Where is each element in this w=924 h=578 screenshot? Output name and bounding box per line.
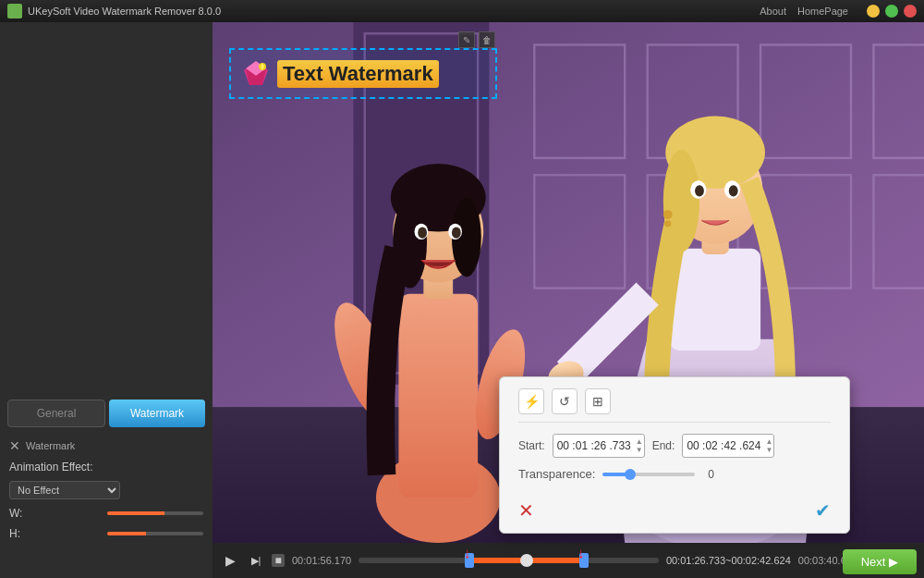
transparency-row: Transparence: 0 xyxy=(518,467,831,481)
video-area: ✎ 🗑 Text Watermark ▶ ▶| ■ xyxy=(213,22,924,578)
transparency-value: 0 xyxy=(708,468,714,481)
next-btn-area: Next ▶ xyxy=(835,546,924,578)
start-spinners: ▲ ▼ xyxy=(636,437,643,454)
transparency-thumb[interactable] xyxy=(625,469,636,480)
svg-point-24 xyxy=(452,228,461,239)
transparency-slider[interactable] xyxy=(602,473,695,476)
dialog-tool-reset[interactable]: ↺ xyxy=(552,388,578,414)
w-row: W: xyxy=(9,507,203,520)
start-spinner-down[interactable]: ▼ xyxy=(636,446,643,454)
start-input-wrapper: 00 :01 :26 .733 ▲ ▼ xyxy=(553,434,645,458)
title-bar-right: About HomePage − □ × xyxy=(760,5,917,18)
end-time-input[interactable]: 00 :02 :42 .624 xyxy=(682,434,774,458)
close-button[interactable]: × xyxy=(904,5,917,18)
next-button[interactable]: Next ▶ xyxy=(843,549,917,574)
watermark-name-label: Watermark xyxy=(26,440,75,451)
end-spinner-up[interactable]: ▲ xyxy=(765,437,772,446)
end-spinner-down[interactable]: ▼ xyxy=(765,446,772,454)
end-label: End: xyxy=(652,439,675,452)
sidebar-content: ✕ Watermark Animation Effect: No Effect … xyxy=(0,435,213,551)
svg-point-23 xyxy=(418,228,427,239)
svg-point-35 xyxy=(663,210,673,219)
no-effect-row: No Effect xyxy=(9,481,203,499)
timeline-track[interactable]: ↑ ↑ xyxy=(359,558,659,563)
about-btn[interactable]: About xyxy=(760,6,786,17)
close-icon[interactable]: ✕ xyxy=(9,438,20,453)
transparency-label: Transparence: xyxy=(518,467,595,481)
arrow-left-indicator: ↑ xyxy=(464,547,471,563)
main-container: General Watermark ✕ Watermark Animation … xyxy=(0,22,924,578)
title-bar: UKeySoft Video Watermark Remover 8.0.0 A… xyxy=(0,0,924,22)
stop-button[interactable]: ■ xyxy=(272,554,285,567)
close-row: ✕ Watermark xyxy=(9,438,203,453)
svg-rect-26 xyxy=(670,249,760,350)
time-center: 00:01:26.733~00:02:42.624 xyxy=(666,555,791,566)
edit-watermark-button[interactable]: ✎ xyxy=(458,31,475,48)
tab-general[interactable]: General xyxy=(7,400,105,427)
tab-bar: General Watermark xyxy=(0,400,213,427)
h-row: H: xyxy=(9,527,203,540)
tab-watermark[interactable]: Watermark xyxy=(109,400,205,427)
svg-point-33 xyxy=(695,185,704,196)
timeline-area: ▶ ▶| ■ 00:01:56.170 ↑ ↑ 00:01:26.733~00:… xyxy=(213,543,924,578)
sidebar: General Watermark ✕ Watermark Animation … xyxy=(0,22,213,578)
dialog-cancel-button[interactable]: ✕ xyxy=(518,499,534,522)
play-button[interactable]: ▶ xyxy=(220,550,240,571)
step-forward-button[interactable]: ▶| xyxy=(246,550,266,571)
h-slider[interactable] xyxy=(107,532,203,535)
dialog-ok-button[interactable]: ✔ xyxy=(815,499,831,522)
homepage-btn[interactable]: HomePage xyxy=(797,6,848,17)
animation-effect-select[interactable]: No Effect xyxy=(9,481,120,499)
w-slider[interactable] xyxy=(107,511,203,515)
dialog-tool-flash[interactable]: ⚡ xyxy=(518,388,544,414)
dialog-footer: ✕ ✔ xyxy=(518,492,831,522)
popup-dialog: ⚡ ↺ ⊞ Start: 00 :01 :26 .733 ▲ ▼ xyxy=(425,376,924,534)
app-icon xyxy=(7,4,22,18)
h-label: H: xyxy=(9,527,102,540)
dialog-box: ⚡ ↺ ⊞ Start: 00 :01 :26 .733 ▲ ▼ xyxy=(499,376,850,534)
w-label: W: xyxy=(9,507,102,520)
app-title: UKeySoft Video Watermark Remover 8.0.0 xyxy=(28,6,221,17)
watermark-selection-box[interactable]: ✎ 🗑 Text Watermark xyxy=(229,48,497,99)
svg-point-34 xyxy=(729,185,738,196)
minimize-button[interactable]: − xyxy=(867,5,880,18)
start-time-input[interactable]: 00 :01 :26 .733 xyxy=(553,434,645,458)
animation-effect-label: Animation Effect: xyxy=(9,461,102,473)
title-bar-left: UKeySoft Video Watermark Remover 8.0.0 xyxy=(7,4,221,18)
end-input-wrapper: 00 :02 :42 .624 ▲ ▼ xyxy=(682,434,774,458)
time-left: 00:01:56.170 xyxy=(292,555,351,566)
start-label: Start: xyxy=(518,439,545,452)
watermark-logo-icon xyxy=(240,59,272,89)
end-spinners: ▲ ▼ xyxy=(765,437,772,454)
watermark-text-label: Text Watermark xyxy=(277,60,439,88)
svg-point-36 xyxy=(664,220,671,227)
maximize-button[interactable]: □ xyxy=(885,5,898,18)
window-controls: − □ × xyxy=(867,5,917,18)
time-range-row: Start: 00 :01 :26 .733 ▲ ▼ End: 00 : xyxy=(518,434,831,458)
dialog-toolbar: ⚡ ↺ ⊞ xyxy=(518,388,831,423)
arrow-right-indicator: ↑ xyxy=(578,547,585,563)
timeline-thumb[interactable] xyxy=(520,554,533,567)
dialog-tool-grid[interactable]: ⊞ xyxy=(585,388,611,414)
player-controls: ▶ ▶| ■ xyxy=(220,550,285,571)
start-spinner-up[interactable]: ▲ xyxy=(636,437,643,446)
watermark-controls: ✎ 🗑 xyxy=(458,31,495,48)
animation-effect-row: Animation Effect: xyxy=(9,461,203,473)
delete-watermark-button[interactable]: 🗑 xyxy=(479,31,495,48)
